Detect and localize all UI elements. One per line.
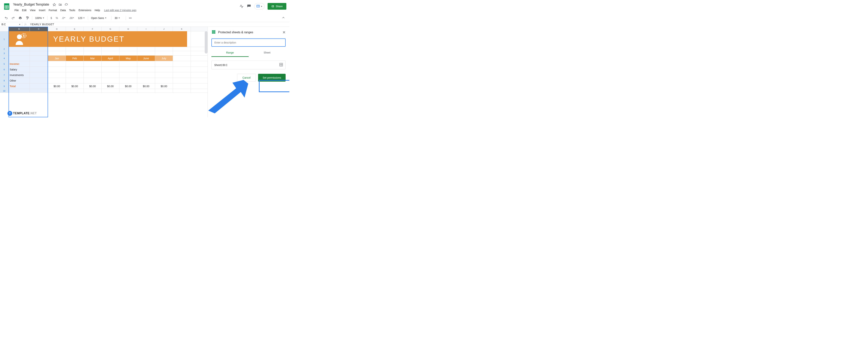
format-currency-button[interactable]: $: [49, 15, 54, 21]
watermark-badge: T: [7, 111, 12, 116]
range-input[interactable]: Sheet1!B:C: [211, 61, 286, 69]
annotation-highlight: [259, 80, 289, 92]
svg-marker-5: [53, 3, 56, 6]
protected-ranges-panel: Protected sheets & ranges ✕ Range Sheet …: [208, 27, 289, 117]
comments-icon[interactable]: [247, 4, 251, 8]
panel-title: Protected sheets & ranges: [218, 31, 280, 34]
menu-tools[interactable]: Tools: [68, 8, 77, 12]
column-header[interactable]: C: [30, 27, 48, 31]
svg-rect-11: [212, 30, 215, 34]
column-header[interactable]: H: [119, 27, 137, 31]
select-all-corner[interactable]: [0, 27, 8, 31]
row-header[interactable]: 2: [0, 47, 8, 51]
svg-point-8: [17, 34, 22, 39]
total-value: $0.00: [84, 84, 101, 89]
last-edit-link[interactable]: Last edit was 2 minutes ago: [104, 9, 136, 12]
range-value: Sheet1!B:C: [214, 64, 227, 67]
share-label: Share: [276, 5, 283, 8]
column-header[interactable]: G: [101, 27, 119, 31]
row-header[interactable]: 3: [0, 51, 8, 55]
banner-title: YEARLY BUDGET: [53, 35, 125, 43]
total-value: $0.00: [137, 84, 155, 89]
present-button[interactable]: ▼: [254, 3, 265, 9]
paint-format-button[interactable]: [24, 15, 31, 21]
row-header[interactable]: 6: [0, 67, 8, 72]
column-header[interactable]: I: [137, 27, 155, 31]
column-header[interactable]: B: [8, 27, 30, 31]
month-header: May: [119, 56, 137, 61]
watermark-text: TEMPLATE.NET: [13, 112, 37, 115]
menu-extensions[interactable]: Extensions: [77, 8, 93, 12]
row-label: Salary: [8, 67, 30, 72]
total-value: $0.00: [101, 84, 119, 89]
zoom-dropdown[interactable]: 100%▼: [34, 16, 46, 20]
column-header[interactable]: F: [84, 27, 101, 31]
month-header: Feb: [66, 56, 84, 61]
grid-select-icon[interactable]: [279, 63, 283, 67]
font-size-dropdown[interactable]: 30▼: [113, 16, 124, 20]
redo-button[interactable]: [10, 15, 17, 21]
column-header[interactable]: D: [48, 27, 66, 31]
print-button[interactable]: [17, 15, 24, 21]
row-header[interactable]: 7: [0, 72, 8, 78]
income-label: Income:: [8, 61, 30, 67]
document-title[interactable]: Yearly_Budget Template: [12, 2, 50, 7]
row-label: Investments: [8, 72, 30, 78]
sheets-logo-icon[interactable]: [3, 3, 10, 10]
more-toolbar-button[interactable]: •••: [127, 15, 133, 21]
column-header[interactable]: K: [173, 27, 191, 31]
column-header[interactable]: J: [155, 27, 173, 31]
menu-bar: File Edit View Insert Format Data Tools …: [12, 8, 239, 14]
menu-edit[interactable]: Edit: [21, 8, 28, 12]
decrease-decimal-button[interactable]: .0: [60, 15, 67, 21]
toolbar: 100%▼ $ % .0 .00 123▼ Open Sans▼ 30▼ •••: [0, 14, 289, 22]
row-label: Other: [8, 78, 30, 83]
undo-button[interactable]: [3, 15, 9, 21]
row-header[interactable]: 8: [0, 78, 8, 83]
cancel-button[interactable]: Cancel: [237, 74, 256, 82]
increase-decimal-button[interactable]: .00: [68, 15, 76, 21]
move-icon[interactable]: [58, 3, 62, 6]
row-header[interactable]: 10: [0, 89, 8, 93]
formula-bar: B:C▼ fx YEARLY BUDGET: [0, 22, 289, 27]
star-icon[interactable]: [53, 3, 56, 6]
fx-icon: fx: [22, 22, 29, 27]
spreadsheet-grid[interactable]: B C D E F G H I J K 1 2 3 4: [0, 27, 208, 117]
menu-help[interactable]: Help: [93, 8, 101, 12]
font-dropdown[interactable]: Open Sans▼: [89, 16, 110, 20]
description-input[interactable]: [211, 38, 286, 46]
tab-sheet[interactable]: Sheet: [249, 49, 286, 57]
menu-view[interactable]: View: [28, 8, 37, 12]
app-header: Yearly_Budget Template File Edit View In…: [0, 0, 289, 14]
month-header: April: [101, 56, 119, 61]
set-permissions-button[interactable]: Set permissions: [258, 74, 286, 82]
total-value: $0.00: [48, 84, 66, 89]
cloud-status-icon[interactable]: [64, 3, 68, 6]
row-header[interactable]: 9: [0, 84, 8, 89]
row-header[interactable]: 5: [0, 61, 8, 67]
format-percent-button[interactable]: %: [54, 15, 60, 21]
share-button[interactable]: Share: [268, 3, 286, 10]
total-value: $0.00: [155, 84, 173, 89]
row-header[interactable]: 4: [0, 56, 8, 61]
watermark: T TEMPLATE.NET: [7, 111, 37, 116]
tab-range[interactable]: Range: [211, 49, 249, 57]
name-box[interactable]: B:C▼: [0, 22, 22, 27]
close-panel-button[interactable]: ✕: [282, 30, 286, 35]
menu-data[interactable]: Data: [59, 8, 67, 12]
menu-insert[interactable]: Insert: [37, 8, 47, 12]
formula-value[interactable]: YEARLY BUDGET: [29, 22, 56, 27]
sheets-icon: [211, 30, 216, 35]
yearly-budget-banner: $ YEARLY BUDGET: [8, 31, 187, 47]
column-header[interactable]: E: [66, 27, 84, 31]
number-format-dropdown[interactable]: 123▼: [76, 16, 86, 20]
activity-icon[interactable]: [239, 4, 244, 8]
vertical-scrollbar[interactable]: [205, 31, 208, 54]
menu-format[interactable]: Format: [47, 8, 58, 12]
person-money-icon: $: [14, 33, 28, 46]
svg-text:$: $: [23, 34, 25, 37]
row-header[interactable]: 1: [0, 31, 8, 47]
month-header: June: [137, 56, 155, 61]
collapse-toolbar-button[interactable]: [280, 15, 286, 21]
menu-file[interactable]: File: [13, 8, 20, 12]
